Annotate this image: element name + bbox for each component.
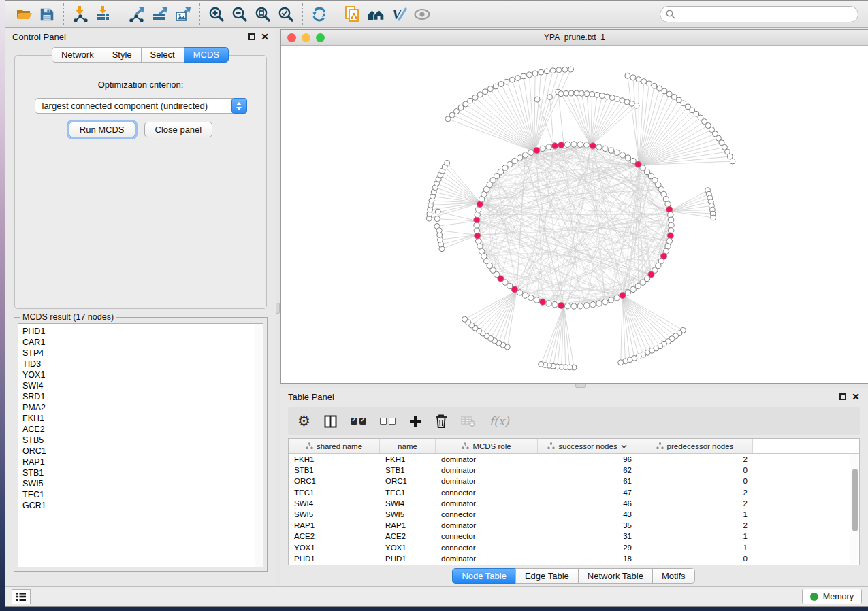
mcds-result-list[interactable]: PHD1CAR1STP4TID3YOX1SWI4SRD1PMA2FKH1ACE2… [18, 323, 263, 567]
node-table[interactable]: shared namenameMCDS rolesuccessor nodesp… [288, 438, 860, 565]
tab-network-table[interactable]: Network Table [578, 568, 653, 584]
app-window: V Control Panel ✕ NetworkStyleSelectMCDS [5, 0, 868, 607]
mcds-result-item[interactable]: PHD1 [22, 326, 263, 337]
table-cell: SWI4 [380, 498, 436, 509]
select-all-checkboxes-icon[interactable] [351, 412, 366, 430]
search-input[interactable] [660, 6, 858, 22]
zoom-in-icon[interactable] [205, 3, 228, 26]
tab-mcds[interactable]: MCDS [184, 47, 229, 63]
task-history-button[interactable] [12, 589, 31, 604]
column-header-shared-name[interactable]: shared name [289, 439, 380, 453]
show-hide-graphics-icon[interactable] [411, 3, 434, 26]
export-network-icon[interactable] [125, 3, 148, 26]
splitter-grab-handle[interactable] [575, 384, 586, 388]
delete-columns-icon[interactable] [435, 412, 447, 430]
mcds-result-item[interactable]: TID3 [22, 359, 263, 369]
mcds-result-item[interactable]: TEC1 [22, 489, 263, 500]
table-row[interactable]: ORC1ORC1dominator610 [289, 476, 859, 486]
table-cell: 1 [637, 531, 753, 542]
tab-select[interactable]: Select [141, 47, 184, 63]
mcds-result-item[interactable]: STB1 [22, 467, 263, 478]
mcds-result-item[interactable]: ORC1 [22, 446, 263, 457]
table-row[interactable]: TEC1TEC1connector472 [289, 487, 859, 498]
import-network-icon[interactable] [69, 3, 92, 26]
add-column-icon[interactable] [409, 412, 421, 430]
table-cell: connector [436, 531, 538, 542]
import-table-icon[interactable] [92, 3, 115, 26]
status-bar: Memory [5, 586, 868, 606]
float-panel-icon[interactable] [839, 393, 846, 400]
network-window-title: YPA_prune.txt_1 [544, 33, 605, 42]
maximize-window-icon[interactable] [316, 33, 325, 42]
close-window-icon[interactable] [287, 33, 296, 42]
table-cell: dominator [436, 454, 538, 465]
table-row[interactable]: SWI4SWI4dominator462 [289, 498, 859, 509]
table-cell [753, 531, 859, 542]
run-mcds-button[interactable]: Run MCDS [69, 122, 135, 137]
mcds-result-item[interactable]: RAP1 [22, 457, 263, 467]
tab-node-table[interactable]: Node Table [452, 568, 516, 584]
optimization-criterion-dropdown[interactable]: largest connected component (undirected) [35, 98, 247, 114]
mcds-result-item[interactable]: CAR1 [22, 337, 263, 348]
memory-button[interactable]: Memory [802, 589, 862, 604]
table-header-row: shared namenameMCDS rolesuccessor nodesp… [289, 439, 859, 454]
export-image-icon[interactable] [172, 3, 195, 26]
horizontal-splitter[interactable] [280, 384, 868, 388]
new-network-from-selection-icon[interactable] [341, 3, 364, 26]
vizmapper-icon[interactable]: V [387, 3, 411, 26]
table-cell [753, 542, 859, 553]
table-row[interactable]: FKH1FKH1dominator962 [289, 454, 859, 465]
mcds-result-item[interactable]: FKH1 [22, 413, 263, 424]
tab-edge-table[interactable]: Edge Table [515, 568, 579, 584]
mcds-result-item[interactable]: ACE2 [22, 424, 263, 435]
first-neighbors-icon[interactable] [364, 3, 387, 26]
table-row[interactable]: SWI5SWI5connector431 [289, 509, 859, 520]
table-scrollbar-thumb[interactable] [852, 469, 858, 531]
mcds-result-item[interactable]: STP4 [22, 348, 263, 359]
mcds-result-item[interactable]: SWI5 [22, 478, 263, 489]
column-header-name[interactable]: name [380, 439, 436, 453]
close-panel-icon[interactable]: ✕ [852, 393, 860, 400]
table-panel-tabs: Node TableEdge TableNetwork TableMotifs [288, 565, 860, 586]
float-panel-icon[interactable] [248, 33, 255, 40]
zoom-selected-icon[interactable] [274, 3, 298, 26]
column-header-successor-nodes[interactable]: successor nodes [538, 439, 637, 453]
table-row[interactable]: STB1STB1dominator620 [289, 465, 859, 476]
show-columns-icon[interactable] [324, 412, 337, 430]
minimize-window-icon[interactable] [302, 33, 310, 42]
network-graph[interactable] [281, 46, 868, 382]
mcds-list-scrollbar[interactable] [255, 324, 263, 567]
open-file-icon[interactable] [12, 3, 35, 26]
close-panel-button[interactable]: Close panel [144, 122, 213, 137]
table-row[interactable]: PHD1PHD1dominator180 [289, 553, 859, 564]
table-row[interactable]: YOX1YOX1connector291 [289, 542, 859, 553]
export-table-icon[interactable] [148, 3, 172, 26]
mcds-result-item[interactable]: STB5 [22, 435, 263, 446]
zoom-fit-icon[interactable] [251, 3, 274, 26]
vertical-splitter[interactable] [276, 28, 280, 586]
splitter-grab-handle[interactable] [276, 303, 280, 314]
close-panel-icon[interactable]: ✕ [261, 33, 269, 40]
column-header-MCDS-role[interactable]: MCDS role [436, 439, 538, 453]
table-row[interactable]: ACE2ACE2connector311 [289, 531, 859, 542]
zoom-out-icon[interactable] [228, 3, 251, 26]
table-scrollbar[interactable] [850, 454, 858, 564]
mcds-result-item[interactable]: PMA2 [22, 402, 263, 413]
table-row[interactable]: RAP1RAP1dominator352 [289, 520, 859, 531]
network-canvas[interactable] [281, 46, 868, 383]
tab-style[interactable]: Style [103, 47, 142, 63]
column-header-predecessor-nodes[interactable]: predecessor nodes [637, 439, 753, 453]
mcds-result-item[interactable]: SRD1 [22, 391, 263, 402]
tab-network[interactable]: Network [52, 47, 103, 63]
table-cell: 0 [637, 465, 753, 476]
deselect-all-checkboxes-icon[interactable] [380, 412, 396, 430]
tab-motifs[interactable]: Motifs [652, 568, 695, 584]
save-session-icon[interactable] [35, 3, 59, 26]
mcds-result-item[interactable]: GCR1 [22, 500, 263, 511]
mcds-result-item[interactable]: YOX1 [22, 369, 263, 380]
table-settings-icon[interactable]: ⚙ [298, 412, 310, 430]
table-toolbar: ⚙ f(x) [288, 407, 860, 435]
refresh-icon[interactable] [308, 3, 331, 26]
mcds-result-item[interactable]: SWI4 [22, 380, 263, 391]
table-cell: FKH1 [380, 454, 436, 465]
